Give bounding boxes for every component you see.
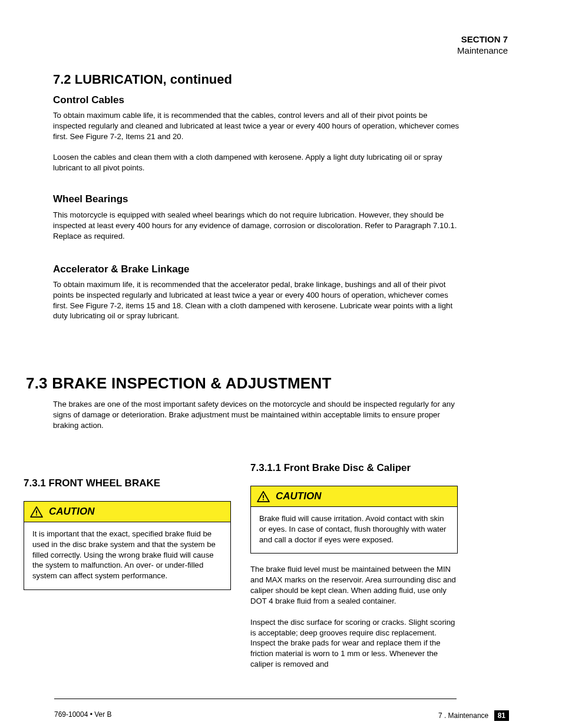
caution-box-left: CAUTION It is important that the exact, … <box>24 501 231 590</box>
caution-header: CAUTION <box>24 502 230 522</box>
subhead-control-cables: Control Cables <box>53 94 124 106</box>
subhead-wheel-bearings: Wheel Bearings <box>53 193 128 205</box>
caution-header: CAUTION <box>251 486 457 507</box>
right-col-p2: Inspect the disc surface for scoring or … <box>250 617 459 670</box>
warning-triangle-icon <box>30 506 43 518</box>
svg-rect-0 <box>36 510 37 513</box>
right-col-heading: 7.3.1.1 Front Brake Disc & Caliper <box>250 462 459 474</box>
text-wheel-p1: This motorcycle is equipped with sealed … <box>53 210 465 241</box>
footer-right: 7 . Maintenance 81 <box>438 710 509 721</box>
caution-label: CAUTION <box>49 506 94 518</box>
svg-rect-2 <box>263 495 264 498</box>
svg-rect-3 <box>263 499 264 500</box>
caution-body-left: It is important that the exact, specifie… <box>24 522 230 589</box>
left-col-heading: 7.3.1 FRONT WHEEL BRAKE <box>24 477 233 489</box>
caution-body-right: Brake fluid will cause irritation. Avoid… <box>251 507 457 553</box>
warning-triangle-icon <box>257 491 270 502</box>
right-col-p1: The brake fluid level must be maintained… <box>250 564 459 606</box>
two-column-region: 7.3.1 FRONT WHEEL BRAKE CAUTION It is im… <box>24 462 459 670</box>
footer-left: 769-10004 • Ver B <box>54 710 112 719</box>
text-cables-p2: Loosen the cables and clean them with a … <box>53 152 454 173</box>
page-header: SECTION 7 Maintenance <box>457 34 508 57</box>
right-column: 7.3.1.1 Front Brake Disc & Caliper CAUTI… <box>250 462 459 670</box>
section-subtitle: Maintenance <box>457 45 508 57</box>
page-number: 81 <box>494 710 509 721</box>
section-label: SECTION 7 <box>457 34 508 45</box>
subhead-throttle: Accelerator & Brake Linkage <box>53 263 190 275</box>
intro-text: The brakes are one of the most important… <box>53 399 459 430</box>
section-title: 7.2 LUBRICATION, continued <box>53 72 232 87</box>
footer-right-label: 7 . Maintenance <box>438 711 488 720</box>
footer-rule <box>54 699 457 699</box>
svg-rect-1 <box>36 514 37 515</box>
main-heading: 7.3 BRAKE INSPECTION & ADJUSTMENT <box>26 374 331 393</box>
left-column: 7.3.1 FRONT WHEEL BRAKE CAUTION It is im… <box>24 477 233 590</box>
text-throttle-p1: To obtain maximum life, it is recommende… <box>53 279 459 321</box>
text-cables-p1: To obtain maximum cable life, it is reco… <box>53 110 459 141</box>
caution-box-right: CAUTION Brake fluid will cause irritatio… <box>250 486 458 554</box>
caution-label: CAUTION <box>276 490 321 502</box>
